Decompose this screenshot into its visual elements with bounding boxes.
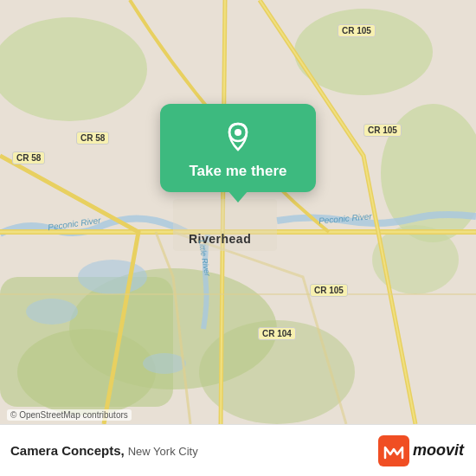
- place-info: Camera Concepts, New York City: [10, 443, 198, 458]
- road-label-cr105-right: CR 105: [363, 124, 402, 137]
- road-label-cr105-top: CR 105: [338, 24, 376, 37]
- location-pin-icon: [221, 119, 255, 154]
- svg-point-14: [235, 129, 241, 136]
- popup-card[interactable]: Take me there: [160, 104, 316, 192]
- road-label-cr105-bottom: CR 105: [310, 284, 348, 297]
- svg-point-10: [26, 299, 78, 325]
- road-label-cr58-left2: CR 58: [12, 151, 45, 164]
- moovit-logo[interactable]: moovit: [378, 435, 464, 466]
- popup-label: Take me there: [189, 163, 286, 180]
- map-container: CR 105 CR 58 CR 58 CR 105 CR 105 CR 104 …: [0, 0, 476, 424]
- road-label-cr104-bottom: CR 104: [258, 327, 296, 340]
- moovit-text: moovit: [413, 441, 464, 460]
- svg-point-7: [17, 329, 156, 415]
- road-label-cr58-left: CR 58: [76, 132, 109, 145]
- svg-point-9: [78, 260, 147, 294]
- osm-credit: © OpenStreetMap contributors: [7, 409, 132, 421]
- svg-point-11: [143, 353, 186, 374]
- bottom-bar: Camera Concepts, New York City moovit: [0, 424, 476, 476]
- place-name: Camera Concepts,: [10, 443, 125, 458]
- moovit-logo-icon: [378, 435, 409, 466]
- city-name: New York City: [128, 445, 198, 458]
